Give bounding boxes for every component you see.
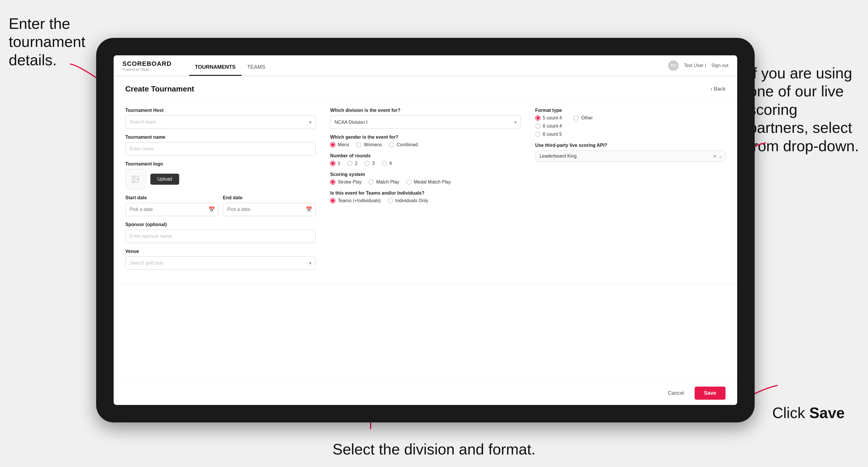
format-5count4-radio[interactable] — [535, 115, 540, 121]
scoring-stroke[interactable]: Stroke Play — [330, 180, 362, 185]
annotation-br-bold: Save — [809, 404, 845, 421]
division-wrapper: NCAA Division I — [330, 115, 520, 129]
rounds-2-radio[interactable] — [347, 161, 352, 166]
rounds-3-radio[interactable] — [365, 161, 370, 166]
event-individuals-label: Individuals Only — [395, 198, 428, 204]
gender-combined[interactable]: Combined — [389, 142, 418, 148]
rounds-1[interactable]: 1 — [330, 161, 340, 166]
tournament-logo-group: Tournament logo Upload — [125, 161, 315, 189]
form-footer: Cancel Save — [114, 381, 737, 405]
rounds-4-label: 4 — [389, 161, 392, 166]
nav-signout[interactable]: Sign out — [711, 63, 728, 68]
venue-input[interactable] — [125, 256, 315, 270]
tournament-name-label: Tournament name — [125, 134, 315, 140]
rounds-3[interactable]: 3 — [365, 161, 375, 166]
form-header: Create Tournament ‹ Back — [114, 76, 737, 99]
tournament-name-input[interactable] — [125, 142, 315, 156]
format-6count4[interactable]: 6 count 4 — [535, 124, 562, 129]
live-scoring-value: Leaderboard King — [539, 154, 577, 159]
gender-mens[interactable]: Mens — [330, 142, 349, 148]
tournament-host-group: Tournament Host — [125, 108, 315, 129]
format-6count4-label: 6 count 4 — [543, 124, 562, 129]
gender-radio-row: Mens Womens Combined — [330, 142, 520, 148]
format-other[interactable]: Other — [574, 115, 593, 121]
sponsor-label: Sponsor (optional) — [125, 222, 315, 227]
format-5count4[interactable]: 5 count 4 — [535, 115, 562, 121]
scoring-medal-radio[interactable] — [406, 180, 411, 185]
start-date-wrapper: 📅 — [125, 203, 218, 216]
form-col-right: Format type 5 count 4 6 count 4 — [535, 108, 725, 270]
nav-logo-title: SCOREBOARD — [122, 60, 172, 68]
nav-user-label: Test User | — [684, 63, 706, 68]
sponsor-group: Sponsor (optional) — [125, 222, 315, 243]
tournament-host-label: Tournament Host — [125, 108, 315, 113]
nav-logo-sub: Powered by Clippd — [122, 68, 172, 71]
scoring-group: Scoring system Stroke Play Match Play — [330, 172, 520, 185]
end-date-group: End date 📅 — [223, 195, 316, 216]
cancel-button[interactable]: Cancel — [662, 386, 690, 400]
live-scoring-select[interactable]: Leaderboard King ✕ ⌄ — [535, 150, 725, 162]
scoring-stroke-radio[interactable] — [330, 180, 335, 185]
live-scoring-arrow-icon: ⌄ — [718, 154, 722, 159]
nav-avatar: TU — [668, 60, 679, 71]
back-link[interactable]: ‹ Back — [711, 86, 725, 92]
form-divider — [114, 284, 737, 285]
division-label: Which division is the event for? — [330, 108, 520, 113]
scoring-medal-match[interactable]: Medal Match Play — [406, 180, 451, 185]
rounds-2[interactable]: 2 — [347, 161, 358, 166]
logo-upload-row: Upload — [125, 169, 315, 189]
gender-womens[interactable]: Womens — [356, 142, 382, 148]
venue-wrapper — [125, 256, 315, 270]
event-for-radio-row: Teams (+Individuals) Individuals Only — [330, 198, 520, 204]
tablet-screen: SCOREBOARD Powered by Clippd TOURNAMENTS… — [114, 55, 737, 405]
gender-womens-radio[interactable] — [356, 142, 361, 148]
rounds-1-radio[interactable] — [330, 161, 335, 166]
tournament-host-input[interactable] — [125, 115, 315, 129]
division-select[interactable]: NCAA Division I — [330, 115, 520, 129]
format-col-counts: 5 count 4 6 count 4 6 count 5 — [535, 115, 562, 137]
scoring-match-radio[interactable] — [369, 180, 374, 185]
event-individuals-radio[interactable] — [388, 198, 393, 204]
format-6count4-radio[interactable] — [535, 124, 540, 129]
rounds-1-label: 1 — [338, 161, 340, 166]
form-col-left: Tournament Host Tournament name Tourname… — [125, 108, 315, 270]
tournament-host-wrapper — [125, 115, 315, 129]
gender-combined-radio[interactable] — [389, 142, 394, 148]
nav-link-tournaments[interactable]: TOURNAMENTS — [189, 55, 242, 76]
format-other-label: Other — [581, 115, 593, 121]
scoring-match[interactable]: Match Play — [369, 180, 399, 185]
division-group: Which division is the event for? NCAA Di… — [330, 108, 520, 129]
live-scoring-clear-icon[interactable]: ✕ — [713, 154, 716, 159]
venue-group: Venue — [125, 249, 315, 270]
format-6count5-radio[interactable] — [535, 132, 540, 137]
start-date-input[interactable] — [125, 203, 218, 216]
tablet-frame: SCOREBOARD Powered by Clippd TOURNAMENTS… — [96, 38, 755, 423]
gender-mens-radio[interactable] — [330, 142, 335, 148]
event-teams-radio[interactable] — [330, 198, 335, 204]
format-type-group: Format type 5 count 4 6 count 4 — [535, 108, 725, 137]
rounds-4[interactable]: 4 — [382, 161, 392, 166]
upload-button[interactable]: Upload — [150, 174, 179, 185]
format-6count5[interactable]: 6 count 5 — [535, 132, 562, 137]
sponsor-input[interactable] — [125, 229, 315, 243]
event-for-label: Is this event for Teams and/or Individua… — [330, 190, 520, 196]
scoring-match-label: Match Play — [376, 180, 399, 185]
format-other-radio[interactable] — [574, 115, 579, 121]
rounds-radio-row: 1 2 3 4 — [330, 161, 520, 166]
rounds-3-label: 3 — [372, 161, 375, 166]
start-date-label: Start date — [125, 195, 147, 200]
end-date-wrapper: 📅 — [223, 203, 316, 216]
save-button[interactable]: Save — [694, 386, 725, 400]
nav-link-teams[interactable]: TEAMS — [242, 55, 271, 76]
event-individuals[interactable]: Individuals Only — [388, 198, 428, 204]
format-type-options: 5 count 4 6 count 4 6 count 5 — [535, 115, 725, 137]
calendar-icon-end: 📅 — [306, 206, 312, 213]
end-date-input[interactable] — [223, 203, 316, 216]
event-for-group: Is this event for Teams and/or Individua… — [330, 190, 520, 204]
rounds-4-radio[interactable] — [382, 161, 387, 166]
dates-group: Start date 📅 End date 📅 — [125, 195, 315, 216]
live-scoring-group: Use third-party live scoring API? Leader… — [535, 143, 725, 162]
event-teams[interactable]: Teams (+Individuals) — [330, 198, 380, 204]
date-row: Start date 📅 End date 📅 — [125, 195, 315, 216]
tournament-name-group: Tournament name — [125, 134, 315, 156]
